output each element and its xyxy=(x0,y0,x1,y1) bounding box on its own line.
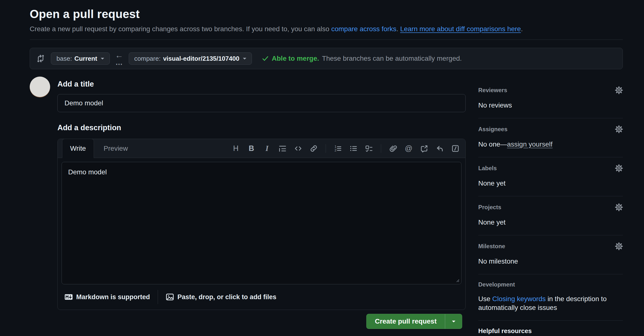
assignees-value: No one—assign yourself xyxy=(478,140,623,149)
pr-sidebar: Reviewers No reviews Assignees xyxy=(478,77,623,336)
projects-value: None yet xyxy=(478,218,623,227)
gear-icon[interactable] xyxy=(615,164,623,172)
attach-file-icon[interactable] xyxy=(388,144,398,153)
milestone-section: Milestone No milestone xyxy=(478,235,623,274)
subtitle-text: . xyxy=(396,25,400,33)
labels-section: Labels None yet xyxy=(478,157,623,196)
merge-status-emphasis: Able to merge. xyxy=(272,55,319,62)
merge-status: Able to merge. These branches can be aut… xyxy=(262,55,462,62)
editor-tabbar: Write Preview H B I xyxy=(58,139,465,158)
base-branch-label: base: xyxy=(56,55,72,62)
assignees-section: Assignees No one—assign yourself xyxy=(478,118,623,157)
description-textarea[interactable]: Demo model xyxy=(62,162,462,284)
reviewers-value: No reviews xyxy=(478,101,623,110)
development-section: Development Use Closing keywords in the … xyxy=(478,274,623,321)
footer-separator xyxy=(158,290,158,304)
left-arrow-icon: ← xyxy=(115,51,124,59)
reviewers-section: Reviewers No reviews xyxy=(478,86,623,118)
create-pull-request-button[interactable]: Create pull request xyxy=(366,314,445,329)
attach-files-button[interactable]: Paste, drop, or click to add files xyxy=(166,293,276,301)
assignees-heading: Assignees xyxy=(478,126,508,132)
content: Add a title Add a description Write Prev… xyxy=(30,77,623,336)
toolbar-separator xyxy=(326,144,326,153)
compare-across-forks-link[interactable]: compare across forks xyxy=(331,25,396,33)
editor-toolbar: H B I xyxy=(231,139,465,158)
compare-branch-dropdown[interactable]: compare: visual-editor/2135/107400 xyxy=(129,52,252,65)
page-header: Open a pull request Create a new pull re… xyxy=(30,7,623,34)
link-icon[interactable] xyxy=(309,144,318,153)
development-value: Use Closing keywords in the description … xyxy=(478,294,623,312)
development-text: Use xyxy=(478,295,492,303)
base-branch-dropdown[interactable]: base: Current xyxy=(51,52,110,65)
code-icon[interactable] xyxy=(294,144,303,153)
page-title: Open a pull request xyxy=(30,7,623,22)
page-subtitle: Create a new pull request by comparing c… xyxy=(30,24,623,34)
tab-write[interactable]: Write xyxy=(62,139,94,158)
cross-reference-icon[interactable] xyxy=(420,144,429,153)
mention-icon[interactable]: @ xyxy=(404,144,413,153)
gear-icon[interactable] xyxy=(615,86,623,94)
heading-icon[interactable]: H xyxy=(231,144,240,153)
chevron-down-icon xyxy=(452,321,456,322)
svg-text:1: 1 xyxy=(334,145,336,148)
description-label: Add a description xyxy=(58,123,466,132)
unordered-list-icon[interactable] xyxy=(349,144,358,153)
merge-status-detail: These branches can be automatically merg… xyxy=(322,55,462,62)
open-pull-request-page: Open a pull request Create a new pull re… xyxy=(0,0,644,336)
gear-icon[interactable] xyxy=(615,203,623,211)
git-compare-icon xyxy=(36,54,45,63)
projects-section: Projects None yet xyxy=(478,196,623,235)
italic-icon[interactable]: I xyxy=(262,144,272,153)
subtitle-text: . xyxy=(521,25,523,33)
diff-comparisons-link[interactable]: Learn more about diff comparisons here xyxy=(400,25,521,33)
title-label: Add a title xyxy=(58,80,466,89)
helpful-resources-section: Helpful resources GitHub Community Guide… xyxy=(478,321,623,336)
editor-footer: Markdown is supported Paste, drop, or cl… xyxy=(58,284,465,310)
assignees-none-text: No one— xyxy=(478,140,507,148)
svg-text:2: 2 xyxy=(334,148,336,152)
bold-icon[interactable]: B xyxy=(247,144,256,153)
markdown-note: Markdown is supported xyxy=(76,293,150,301)
projects-heading: Projects xyxy=(478,204,502,210)
compare-direction-indicator: ← … xyxy=(115,51,124,66)
title-input[interactable] xyxy=(58,94,466,112)
compare-branch-value: visual-editor/2135/107400 xyxy=(163,55,240,62)
gear-icon[interactable] xyxy=(615,242,623,250)
pr-form: Add a title Add a description Write Prev… xyxy=(30,77,466,336)
compare-branch-label: compare: xyxy=(134,55,161,62)
labels-value: None yet xyxy=(478,179,623,188)
create-pull-request-split-button: Create pull request xyxy=(366,314,462,329)
quote-icon[interactable] xyxy=(278,144,287,153)
reviewers-heading: Reviewers xyxy=(478,87,507,93)
toolbar-separator xyxy=(381,144,381,153)
paste-note: Paste, drop, or click to add files xyxy=(178,293,276,301)
branch-compare-bar: base: Current ← … compare: visual-editor… xyxy=(30,48,623,69)
chevron-down-icon xyxy=(101,58,104,60)
ellipsis-icon: … xyxy=(115,59,123,66)
assign-yourself-link[interactable]: assign yourself xyxy=(507,140,552,148)
development-heading: Development xyxy=(478,281,515,288)
ordered-list-icon[interactable]: 1 2 xyxy=(333,144,342,153)
image-icon xyxy=(166,293,174,301)
subtitle-text: Create a new pull request by comparing c… xyxy=(30,25,331,33)
slash-command-icon[interactable] xyxy=(451,144,460,153)
reply-icon[interactable] xyxy=(435,144,444,153)
markdown-editor: Write Preview H B I xyxy=(58,139,466,310)
header-divider xyxy=(30,40,623,40)
create-pull-request-options-button[interactable] xyxy=(445,314,462,329)
labels-heading: Labels xyxy=(478,165,497,172)
milestone-heading: Milestone xyxy=(478,243,505,249)
tasklist-icon[interactable] xyxy=(364,144,374,153)
chevron-down-icon xyxy=(243,58,246,60)
milestone-value: No milestone xyxy=(478,257,623,266)
check-icon xyxy=(262,55,269,62)
markdown-icon xyxy=(64,293,73,301)
helpful-resources-heading: Helpful resources xyxy=(478,328,532,334)
base-branch-value: Current xyxy=(74,55,97,62)
markdown-supported-link[interactable]: Markdown is supported xyxy=(64,293,150,301)
tab-preview[interactable]: Preview xyxy=(94,139,138,158)
resize-handle[interactable] xyxy=(455,278,460,282)
gear-icon[interactable] xyxy=(615,125,623,133)
closing-keywords-link[interactable]: Closing keywords xyxy=(492,295,546,303)
avatar xyxy=(30,77,50,97)
